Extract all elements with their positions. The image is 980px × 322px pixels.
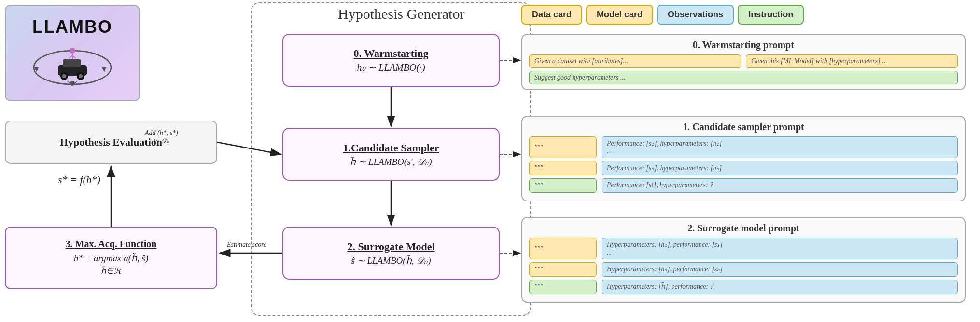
candidate-cell-perf-1: Performance: [s₁], hyperparameters: [h₁]…	[602, 136, 958, 158]
surrogate-model-box: 2. Surrogate Model ŝ ∼ LLAMBO(h̃, 𝒟ₙ)	[282, 227, 500, 280]
surrogate-cell-perf-1: Hyperparameters: [h₁], performance: [s₁]…	[602, 238, 958, 259]
tab-instruction[interactable]: Instruction	[738, 5, 804, 25]
surrogate-model-title: 2. Surrogate Model	[347, 241, 434, 253]
hypothesis-evaluation-box: Hypothesis Evaluation	[5, 121, 217, 164]
surrogate-model-formula: ŝ ∼ LLAMBO(h̃, 𝒟ₙ)	[351, 255, 431, 266]
warmstart-prompt-title: 0. Warmstarting prompt	[529, 40, 958, 51]
surrogate-prompt-title: 2. Surrogate model prompt	[529, 223, 958, 234]
hypothesis-generator-title: Hypothesis Generator	[333, 6, 469, 22]
svg-point-6	[62, 74, 66, 78]
candidate-sampler-box: 1.Candidate Sampler h̃ ∼ LLAMBO(s′, 𝒟ₙ)	[282, 128, 500, 181]
surrogate-prompt-box: 2. Surrogate model prompt """ Hyperparam…	[521, 217, 966, 303]
max-acq-formula-line1: h* = argmax a(h̃, ŝ)	[74, 252, 148, 266]
max-acq-title: 3. Max. Acq. Function	[66, 239, 157, 250]
candidate-cell-quotes-2: """	[529, 161, 597, 175]
surrogate-cell-perf-3: Hyperparameters: [h̃], performance: ?	[602, 280, 958, 294]
sfh-formula: s* = f(h*)	[58, 174, 100, 186]
svg-point-13	[70, 81, 75, 86]
tab-observations[interactable]: Observations	[657, 5, 734, 25]
surrogate-prompt-row1: """ Hyperparameters: [h₁], performance: …	[529, 238, 958, 259]
max-acq-formula-line2: h̃∈ℋ	[101, 265, 122, 278]
surrogate-cell-quotes-1: """	[529, 238, 597, 259]
svg-line-11	[69, 55, 72, 58]
svg-marker-1	[101, 65, 108, 72]
candidate-prompt-title: 1. Candidate sampler prompt	[529, 121, 958, 133]
svg-line-12	[72, 55, 76, 58]
svg-point-8	[79, 74, 83, 78]
candidate-cell-quotes-3: """	[529, 178, 597, 193]
svg-line-14	[68, 81, 70, 83]
warmstart-cell-data: Given a dataset with [attributes]...	[529, 54, 741, 68]
warmstart-cell-model: Given this [ML Model] with [hyperparamet…	[746, 54, 958, 68]
main-container: LLAMBO	[0, 0, 980, 322]
svg-point-9	[70, 48, 75, 54]
warmstart-formula: h₀ ∼ LLAMBO(·)	[357, 62, 425, 73]
candidate-prompt-row3: """ Performance: [s!], hyperparameters: …	[529, 178, 958, 193]
llambo-title: LLAMBO	[32, 17, 112, 37]
candidate-prompt-row2: """ Performance: [sₙ], hyperparameters: …	[529, 161, 958, 175]
arrow-label-estimate: Estimate score	[227, 241, 266, 249]
candidate-sampler-title: 1.Candidate Sampler	[343, 142, 439, 154]
llambo-logo-box: LLAMBO	[5, 5, 140, 101]
svg-rect-4	[63, 59, 81, 67]
surrogate-cell-quotes-2: """	[529, 262, 597, 277]
warmstart-box: 0. Warmstarting h₀ ∼ LLAMBO(·)	[282, 34, 500, 87]
warmstart-title: 0. Warmstarting	[354, 47, 429, 60]
candidate-cell-quotes-1: """	[529, 136, 597, 158]
max-acq-box: 3. Max. Acq. Function h* = argmax a(h̃, …	[5, 227, 217, 289]
surrogate-cell-perf-2: Hyperparameters: [hₙ], performance: [sₙ]	[602, 262, 958, 277]
candidate-prompt-row1: """ Performance: [s₁], hyperparameters: …	[529, 136, 958, 158]
candidate-cell-perf-2: Performance: [sₙ], hyperparameters: [hₙ]	[602, 161, 958, 175]
tab-data-card[interactable]: Data card	[521, 5, 582, 25]
arrow-label-add: Add (h*, s*) to 𝒟ₙ	[145, 129, 178, 145]
surrogate-prompt-row3: """ Hyperparameters: [h̃], performance: …	[529, 280, 958, 294]
candidate-prompt-box: 1. Candidate sampler prompt """ Performa…	[521, 116, 966, 201]
warmstart-cell-suggest: Suggest good hyperparameters ...	[529, 71, 958, 84]
warmstart-prompt-row2: Suggest good hyperparameters ...	[529, 71, 958, 84]
tab-model-card[interactable]: Model card	[586, 5, 653, 25]
tabs-row: Data card Model card Observations Instru…	[521, 5, 804, 25]
warmstart-prompt-row1: Given a dataset with [attributes]... Giv…	[529, 54, 958, 68]
svg-line-15	[74, 81, 77, 83]
surrogate-cell-quotes-3: """	[529, 280, 597, 294]
warmstart-prompt-box: 0. Warmstarting prompt Given a dataset w…	[521, 34, 966, 90]
surrogate-prompt-row2: """ Hyperparameters: [hₙ], performance: …	[529, 262, 958, 277]
candidate-cell-perf-3: Performance: [s!], hyperparameters: ?	[602, 178, 958, 193]
candidate-sampler-formula: h̃ ∼ LLAMBO(s′, 𝒟ₙ)	[350, 156, 432, 167]
